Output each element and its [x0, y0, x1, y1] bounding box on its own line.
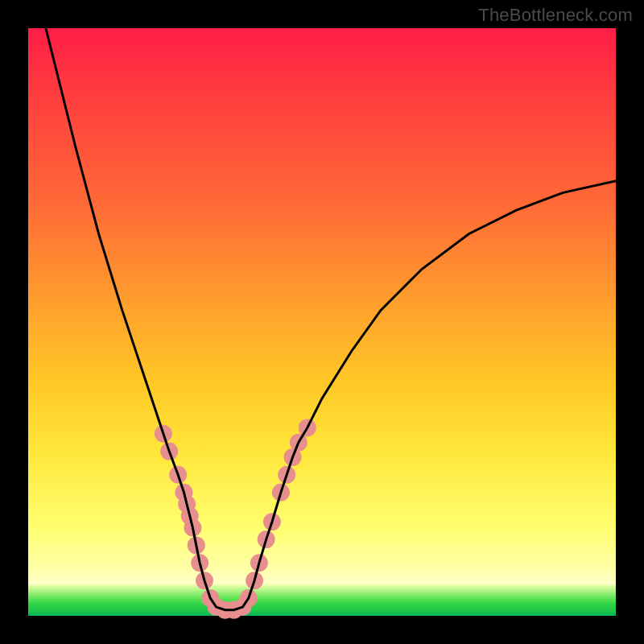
- bottleneck-curve: [46, 28, 616, 610]
- plot-area: [28, 28, 616, 616]
- chart-frame: TheBottleneck.com: [0, 0, 644, 644]
- curve-svg: [28, 28, 616, 616]
- watermark-text: TheBottleneck.com: [478, 5, 633, 26]
- marker-group: [155, 419, 316, 618]
